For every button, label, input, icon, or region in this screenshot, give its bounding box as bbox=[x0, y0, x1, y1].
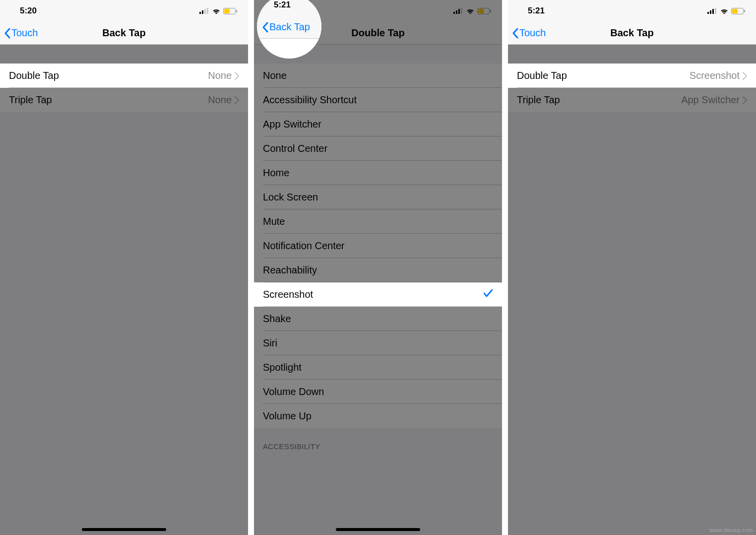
row-value-group: App Switcher bbox=[681, 94, 747, 106]
option-accessibility-shortcut[interactable]: Accessibility Shortcut bbox=[254, 88, 502, 112]
chevron-left-icon bbox=[512, 28, 519, 39]
svg-rect-14 bbox=[707, 12, 709, 14]
row-label: Double Tap bbox=[517, 70, 567, 81]
tap-options-list: Double Tap None Triple Tap None bbox=[0, 64, 248, 112]
option-app-switcher[interactable]: App Switcher bbox=[254, 112, 502, 136]
option-label: None bbox=[263, 70, 287, 81]
double-tap-options-list: NoneAccessibility ShortcutApp SwitcherCo… bbox=[254, 64, 502, 428]
wifi-icon bbox=[720, 8, 729, 14]
battery-icon bbox=[477, 8, 491, 14]
cellular-signal-icon bbox=[199, 8, 209, 14]
wifi-icon bbox=[466, 8, 475, 14]
status-bar: 5:20 bbox=[0, 0, 248, 22]
svg-rect-3 bbox=[207, 8, 208, 14]
back-button[interactable]: Touch bbox=[508, 27, 546, 39]
section-header-accessibility: ACCESSIBILITY bbox=[254, 428, 502, 454]
svg-rect-12 bbox=[478, 9, 484, 13]
status-bar: 5:21 bbox=[508, 0, 756, 22]
status-time: 5:20 bbox=[20, 6, 37, 16]
tap-options-list: Double Tap Screenshot Triple Tap App Swi… bbox=[508, 64, 756, 112]
row-value-group: Screenshot bbox=[690, 70, 747, 81]
option-screenshot[interactable]: Screenshot bbox=[254, 282, 502, 307]
option-label: Mute bbox=[263, 216, 285, 227]
row-label: Triple Tap bbox=[9, 94, 52, 106]
option-label: Spotlight bbox=[263, 362, 302, 373]
cellular-signal-icon bbox=[707, 8, 717, 14]
chevron-left-icon bbox=[262, 22, 269, 33]
row-value: App Switcher bbox=[681, 94, 740, 106]
battery-icon bbox=[223, 8, 237, 14]
svg-rect-8 bbox=[456, 10, 457, 14]
back-label: Touch bbox=[11, 27, 38, 39]
option-volume-down[interactable]: Volume Down bbox=[254, 380, 502, 404]
status-icons bbox=[199, 8, 237, 14]
row-value: None bbox=[208, 94, 232, 106]
option-label: Reachability bbox=[263, 265, 317, 276]
phone-screen-back-tap-initial: 5:20 Touch Back Tap Double Tap None bbox=[0, 0, 248, 535]
chevron-left-icon bbox=[4, 28, 11, 39]
home-indicator[interactable] bbox=[82, 528, 166, 531]
row-triple-tap[interactable]: Triple Tap None bbox=[0, 88, 248, 112]
svg-rect-13 bbox=[490, 10, 491, 12]
watermark: www.deuaq.com bbox=[710, 527, 753, 533]
svg-rect-6 bbox=[236, 10, 237, 12]
phone-screen-double-tap-options: 5:21 Back Tap Double Tap 5:21 Back Tap bbox=[254, 0, 502, 535]
callout-spotlight-circle: 5:21 Back Tap bbox=[257, 0, 321, 59]
option-label: Home bbox=[263, 167, 289, 179]
row-label: Triple Tap bbox=[517, 94, 560, 106]
status-icons bbox=[453, 8, 491, 14]
option-siri[interactable]: Siri bbox=[254, 331, 502, 355]
svg-rect-0 bbox=[199, 12, 201, 14]
option-label: Accessibility Shortcut bbox=[263, 94, 357, 106]
option-volume-up[interactable]: Volume Up bbox=[254, 404, 502, 428]
phone-screen-back-tap-configured: 5:21 Touch Back Tap Double Tap Screensho… bbox=[508, 0, 756, 535]
status-time: 5:21 bbox=[528, 6, 545, 16]
row-value-group: None bbox=[208, 70, 239, 81]
row-value-group: None bbox=[208, 94, 239, 106]
option-spotlight[interactable]: Spotlight bbox=[254, 355, 502, 380]
row-double-tap[interactable]: Double Tap Screenshot bbox=[508, 64, 756, 88]
back-button[interactable]: Touch bbox=[0, 27, 38, 39]
option-reachability[interactable]: Reachability bbox=[254, 258, 502, 282]
svg-rect-9 bbox=[458, 9, 460, 14]
option-label: Notification Center bbox=[263, 240, 345, 252]
row-double-tap[interactable]: Double Tap None bbox=[0, 64, 248, 88]
option-label: App Switcher bbox=[263, 119, 321, 130]
svg-rect-19 bbox=[732, 9, 738, 13]
chevron-right-icon bbox=[743, 96, 747, 104]
svg-rect-20 bbox=[744, 10, 745, 12]
status-icons bbox=[707, 8, 745, 14]
battery-icon bbox=[731, 8, 745, 14]
option-none[interactable]: None bbox=[254, 64, 502, 88]
wifi-icon bbox=[212, 8, 221, 14]
chevron-right-icon bbox=[743, 72, 747, 80]
option-shake[interactable]: Shake bbox=[254, 307, 502, 331]
option-label: Volume Down bbox=[263, 386, 324, 398]
row-value: None bbox=[208, 70, 232, 81]
svg-rect-1 bbox=[202, 10, 203, 14]
row-label: Double Tap bbox=[9, 70, 59, 81]
svg-rect-16 bbox=[712, 9, 714, 14]
option-notification-center[interactable]: Notification Center bbox=[254, 234, 502, 258]
svg-rect-10 bbox=[461, 8, 462, 14]
back-label: Back Tap bbox=[269, 21, 310, 33]
row-triple-tap[interactable]: Triple Tap App Switcher bbox=[508, 88, 756, 112]
checkmark-icon bbox=[483, 289, 493, 300]
svg-rect-2 bbox=[204, 9, 206, 14]
chevron-right-icon bbox=[235, 96, 239, 104]
option-home[interactable]: Home bbox=[254, 161, 502, 185]
svg-rect-15 bbox=[710, 10, 711, 14]
option-label: Shake bbox=[263, 313, 291, 325]
svg-rect-5 bbox=[224, 9, 230, 13]
row-value: Screenshot bbox=[690, 70, 740, 81]
home-indicator[interactable] bbox=[336, 528, 420, 531]
option-mute[interactable]: Mute bbox=[254, 209, 502, 234]
nav-bar: Touch Back Tap bbox=[0, 22, 248, 45]
option-lock-screen[interactable]: Lock Screen bbox=[254, 185, 502, 209]
option-control-center[interactable]: Control Center bbox=[254, 136, 502, 161]
back-button[interactable]: Back Tap bbox=[258, 21, 310, 33]
svg-rect-17 bbox=[715, 8, 716, 14]
nav-bar: Touch Back Tap bbox=[508, 22, 756, 45]
option-label: Lock Screen bbox=[263, 192, 318, 203]
option-label: Screenshot bbox=[263, 289, 313, 300]
